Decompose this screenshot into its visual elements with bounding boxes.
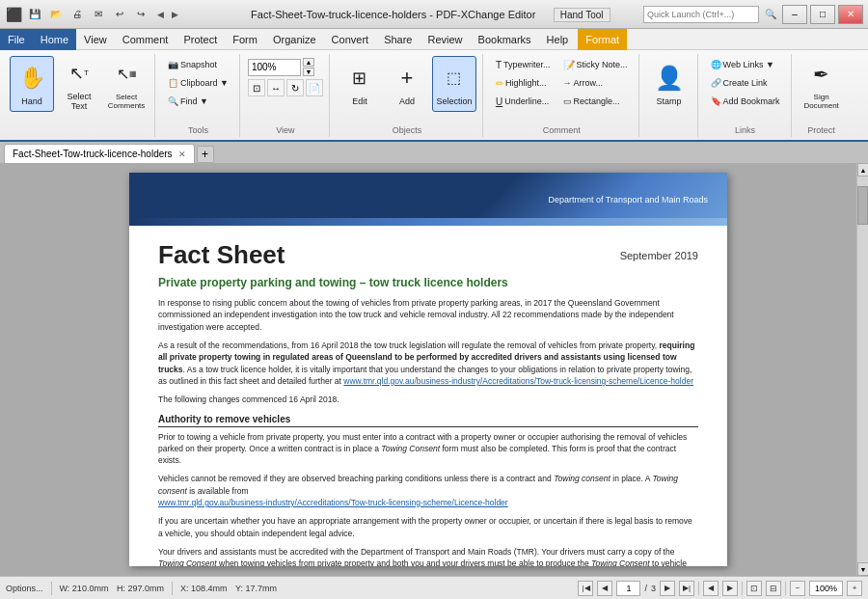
menu-item-home[interactable]: Home — [33, 29, 76, 50]
back-nav-btn[interactable]: ◀ — [703, 581, 719, 596]
doc-tab-0[interactable]: Fact-Sheet-Tow-truck-licence-holders ✕ — [4, 144, 195, 163]
y-coord-label: Y: 17.7mm — [235, 584, 277, 593]
nav-forward-icon[interactable]: ▶ — [172, 10, 178, 19]
menu-item-form[interactable]: Form — [225, 29, 265, 50]
sticky-note-label: Sticky Note... — [577, 60, 628, 69]
x-coord-label: X: 108.4mm — [180, 584, 228, 593]
create-link-button[interactable]: 🔗 Create Link — [706, 74, 785, 92]
zoom-input[interactable]: 100% — [248, 59, 301, 76]
menu-item-protect[interactable]: Protect — [176, 29, 225, 50]
doc-title: Fact Sheet — [158, 240, 285, 270]
edit-object-button[interactable]: ⊞ Edit — [338, 56, 382, 112]
menu-item-bookmarks[interactable]: Bookmarks — [471, 29, 539, 50]
menu-item-comment[interactable]: Comment — [115, 29, 176, 50]
web-links-button[interactable]: 🌐 Web Links ▼ — [706, 56, 785, 73]
zoom-in-btn[interactable]: + — [847, 581, 862, 596]
close-button[interactable]: ✕ — [838, 5, 863, 24]
underline-button[interactable]: U Underline... — [491, 93, 556, 110]
add-bookmark-icon: 🔖 — [711, 96, 721, 106]
minimize-button[interactable]: – — [782, 5, 807, 24]
sep-4 — [742, 582, 743, 595]
select-text-icon: ↖T — [64, 58, 95, 89]
typewriter-button[interactable]: T Typewriter... — [491, 56, 556, 73]
menu-item-convert[interactable]: Convert — [324, 29, 377, 50]
hand-tool-button[interactable]: ✋ Hand — [10, 56, 54, 112]
scroll-up-btn[interactable]: ▲ — [857, 163, 868, 177]
page-view-btn[interactable]: 📄 — [306, 79, 323, 96]
menu-item-organize[interactable]: Organize — [265, 29, 324, 50]
rectangle-button[interactable]: ▭ Rectangle... — [558, 93, 633, 110]
para-0: In response to rising public concern abo… — [158, 297, 698, 333]
highlight-button[interactable]: ✏ Highlight... — [491, 74, 556, 92]
sep-1 — [51, 582, 52, 595]
folder-open-icon[interactable]: 📂 — [47, 6, 65, 23]
menu-item-review[interactable]: Review — [420, 29, 470, 50]
pdf-viewer: Department of Transport and Main Roads F… — [0, 163, 856, 576]
options-item[interactable]: Options... — [6, 584, 43, 593]
add-icon: + — [392, 63, 422, 94]
current-page-input[interactable] — [616, 581, 640, 596]
select-comments-button[interactable]: ↖▦ SelectComments — [104, 56, 149, 112]
section-para-0-1: Vehicles cannot be removed if they are o… — [158, 473, 698, 508]
redo-icon[interactable]: ↪ — [132, 6, 149, 23]
add-object-button[interactable]: + Add — [385, 56, 429, 112]
maximize-button[interactable]: □ — [810, 5, 835, 24]
rotate-btn[interactable]: ↻ — [286, 79, 304, 96]
zoom-out-btn[interactable]: − — [790, 581, 805, 596]
stamp-icon: 👤 — [654, 63, 685, 94]
menu-item-file[interactable]: File — [0, 29, 33, 50]
scrollbar-track[interactable] — [857, 177, 868, 562]
zoom-up-btn[interactable]: ▲ — [303, 58, 314, 67]
selection-icon: ⬚ — [439, 63, 470, 94]
underline-icon: U — [496, 96, 502, 107]
pdf-header-banner: Department of Transport and Main Roads — [129, 173, 727, 226]
print-icon[interactable]: 🖨 — [68, 6, 86, 23]
next-page-btn[interactable]: ▶ — [660, 581, 675, 596]
snapshot-label: Snapshot — [180, 60, 217, 69]
find-label: Find ▼ — [180, 96, 208, 106]
email-icon[interactable]: ✉ — [90, 6, 107, 23]
two-page-btn[interactable]: ⊟ — [766, 581, 781, 596]
menu-item-view[interactable]: View — [76, 29, 115, 50]
selection-button[interactable]: ⬚ Selection — [432, 56, 476, 112]
fit-width-btn[interactable]: ↔ — [267, 79, 285, 96]
scrollbar-thumb[interactable] — [857, 186, 868, 225]
zoom-status-input[interactable] — [809, 581, 843, 596]
clipboard-icon: 📋 — [168, 78, 178, 88]
fit-page-btn[interactable]: ⊡ — [248, 79, 265, 96]
doc-tab-close-0[interactable]: ✕ — [178, 150, 186, 159]
doc-subtitle: Private property parking and towing – to… — [158, 276, 698, 289]
menu-item-format[interactable]: Format — [578, 29, 627, 50]
arrow-button[interactable]: → Arrow... — [558, 74, 633, 92]
clipboard-button[interactable]: 📋 Clipboard ▼ — [163, 74, 233, 92]
scroll-down-btn[interactable]: ▼ — [857, 562, 868, 576]
group-label-tools2: Tools — [188, 123, 208, 135]
add-bookmark-label: Add Bookmark — [723, 96, 780, 106]
forward-nav-btn[interactable]: ▶ — [722, 581, 738, 596]
add-tab-button[interactable]: + — [197, 146, 214, 163]
snapshot-button[interactable]: 📷 Snapshot — [163, 56, 233, 73]
last-page-btn[interactable]: ▶| — [679, 581, 694, 596]
underline-label: Underline... — [504, 96, 549, 106]
add-bookmark-button[interactable]: 🔖 Add Bookmark — [706, 93, 785, 110]
sticky-note-button[interactable]: 📝 Sticky Note... — [558, 56, 633, 73]
single-page-btn[interactable]: ⊡ — [746, 581, 762, 596]
save-icon[interactable]: 💾 — [26, 6, 43, 23]
find-button[interactable]: 🔍 Find ▼ — [163, 93, 233, 110]
quick-launch-input[interactable] — [643, 6, 759, 23]
undo-icon[interactable]: ↩ — [111, 6, 128, 23]
sign-document-button[interactable]: ✒ SignDocument — [800, 56, 844, 112]
search-icon[interactable]: 🔍 — [762, 6, 779, 23]
arrow-label: Arrow... — [574, 78, 604, 88]
select-text-button[interactable]: ↖T SelectText — [57, 56, 101, 112]
first-page-btn[interactable]: |◀ — [578, 581, 593, 596]
highlight-label: Highlight... — [505, 78, 547, 88]
ribbon-group-view: 100% ▲ ▼ ⊡ ↔ ↻ 📄 View — [242, 54, 330, 137]
prev-page-btn[interactable]: ◀ — [597, 581, 612, 596]
menu-item-help[interactable]: Help — [539, 29, 577, 50]
menu-item-share[interactable]: Share — [376, 29, 420, 50]
nav-back-icon[interactable]: ◀ — [157, 10, 164, 19]
stamp-button[interactable]: 👤 Stamp — [647, 56, 692, 112]
zoom-down-btn[interactable]: ▼ — [303, 68, 314, 76]
create-link-label: Create Link — [723, 78, 768, 88]
